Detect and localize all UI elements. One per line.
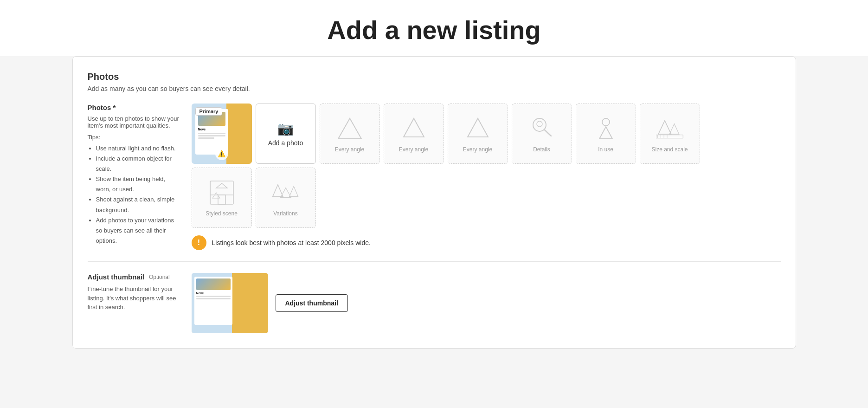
mock-card-title: Neve	[198, 127, 226, 132]
svg-rect-10	[656, 135, 683, 138]
mock-card-line-3	[198, 137, 215, 139]
svg-marker-0	[338, 118, 361, 139]
photo-grid-row-1: Neve Primary ⚠️	[192, 104, 781, 164]
add-photo-slot[interactable]: 📷 Add a photo	[256, 104, 316, 164]
svg-point-6	[602, 118, 610, 126]
thumb-card: Neve	[194, 277, 233, 325]
svg-rect-18	[218, 195, 225, 204]
styled-scene-icon	[208, 179, 236, 207]
every-angle-icon-2	[400, 115, 428, 142]
svg-marker-20	[212, 193, 220, 198]
camera-icon: 📷	[277, 121, 294, 136]
tip-3: Show the item being held, worn, or used.	[96, 174, 180, 194]
variations-label: Variations	[273, 210, 297, 217]
in-use-icon	[592, 115, 620, 142]
every-angle-slot-1[interactable]: Every angle	[320, 104, 380, 164]
photos-sidebar: Photos * Use up to ten photos to show yo…	[88, 104, 180, 250]
size-scale-slot[interactable]: Size and scale	[640, 104, 700, 164]
details-icon	[528, 115, 556, 142]
details-label: Details	[533, 146, 550, 153]
warning-banner: ! Listings look best with photos at leas…	[192, 235, 781, 250]
variations-slot[interactable]: Variations	[256, 168, 316, 228]
photos-card: Photos Add as many as you can so buyers …	[72, 56, 796, 349]
every-angle-label-2: Every angle	[399, 146, 428, 153]
warning-exclamation-icon: !	[198, 239, 200, 247]
every-angle-icon-1	[336, 115, 364, 142]
optional-badge: Optional	[149, 274, 170, 280]
size-scale-label: Size and scale	[651, 146, 688, 153]
photos-field-desc: Use up to ten photos to show your item's…	[88, 115, 180, 129]
thumb-line-1	[196, 296, 231, 297]
svg-rect-15	[210, 181, 233, 204]
svg-line-5	[544, 130, 551, 136]
every-angle-slot-3[interactable]: Every angle	[448, 104, 508, 164]
add-photo-label: Add a photo	[268, 139, 303, 147]
warning-icon-circle: !	[192, 235, 206, 250]
section-divider	[88, 261, 781, 262]
page-wrapper: Add a new listing Photos Add as many as …	[0, 0, 868, 378]
tip-5: Add photos to your variations so buyers …	[96, 215, 180, 246]
svg-marker-8	[658, 121, 671, 134]
main-container: Photos Add as many as you can so buyers …	[63, 56, 805, 378]
in-use-slot[interactable]: In use	[576, 104, 636, 164]
adjust-label: Adjust thumbnail	[88, 273, 145, 281]
details-slot[interactable]: Details	[512, 104, 572, 164]
thumb-orange	[232, 273, 268, 333]
thumbnail-image: Neve	[192, 273, 268, 333]
adjust-label-row: Adjust thumbnail Optional	[88, 273, 180, 281]
svg-marker-21	[272, 185, 283, 197]
styled-scene-label: Styled scene	[206, 210, 238, 217]
thumb-card-title: Neve	[196, 291, 231, 295]
svg-marker-17	[216, 183, 227, 188]
photos-heading: Photos	[88, 71, 781, 82]
thumb-card-img	[196, 278, 231, 290]
mock-card-line-1	[198, 133, 226, 134]
thumbnail-preview: Neve	[192, 273, 268, 333]
tip-1: Use natural light and no flash.	[96, 143, 180, 154]
adjust-thumbnail-section: Adjust thumbnail Optional Fine-tune the …	[88, 273, 781, 333]
adjust-thumbnail-button[interactable]: Adjust thumbnail	[276, 294, 348, 312]
svg-marker-7	[599, 127, 612, 139]
photos-content: Neve Primary ⚠️	[192, 104, 781, 250]
variations-icon	[272, 179, 300, 207]
in-use-label: In use	[598, 146, 613, 153]
mock-card-line-2	[198, 135, 226, 136]
mock-orange-stripe	[226, 104, 252, 164]
photos-layout: Photos * Use up to ten photos to show yo…	[88, 104, 781, 250]
page-title-bar: Add a new listing	[0, 0, 868, 56]
svg-point-4	[537, 121, 542, 127]
styled-scene-slot[interactable]: Styled scene	[192, 168, 252, 228]
every-angle-slot-2[interactable]: Every angle	[384, 104, 444, 164]
tips-list: Use natural light and no flash. Include …	[88, 143, 180, 246]
primary-badge: Primary	[195, 107, 223, 116]
every-angle-icon-3	[464, 115, 492, 142]
svg-marker-1	[404, 118, 424, 137]
thumb-line-2	[196, 298, 231, 299]
svg-marker-2	[468, 118, 488, 137]
svg-marker-9	[669, 124, 679, 134]
every-angle-label-3: Every angle	[463, 146, 492, 153]
size-scale-icon	[656, 115, 684, 142]
photos-field-label: Photos *	[88, 104, 180, 111]
photos-description: Add as many as you can so buyers can see…	[88, 85, 781, 92]
photo-grid-row-2: Styled scene Variations	[192, 168, 781, 228]
svg-marker-23	[289, 186, 298, 196]
tip-4: Shoot against a clean, simple background…	[96, 194, 180, 215]
adjust-content: Neve Adjust thumbnail	[192, 273, 348, 333]
adjust-sidebar: Adjust thumbnail Optional Fine-tune the …	[88, 273, 180, 333]
photos-section-header: Photos Add as many as you can so buyers …	[88, 71, 781, 92]
page-title: Add a new listing	[0, 15, 868, 45]
warning-triangle-icon: ⚠️	[218, 150, 225, 157]
tip-2: Include a common object for scale.	[96, 154, 180, 174]
adjust-description: Fine-tune the thumbnail for your listing…	[88, 285, 180, 312]
primary-warning-overlay: ⚠️	[215, 147, 228, 160]
warning-text: Listings look best with photos at least …	[212, 239, 371, 246]
primary-photo-slot[interactable]: Neve Primary ⚠️	[192, 104, 252, 164]
tips-label: Tips:	[88, 134, 180, 141]
every-angle-label-1: Every angle	[335, 146, 364, 153]
